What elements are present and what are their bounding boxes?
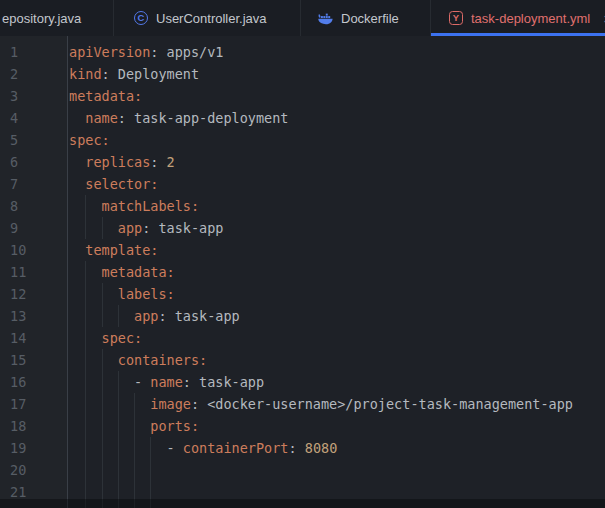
indent-guide	[102, 415, 103, 437]
indent-guide	[102, 349, 103, 371]
yaml-icon: Y	[449, 11, 463, 25]
code-line-6[interactable]: 6 replicas: 2	[0, 151, 605, 173]
code-lines: 1apiVersion: apps/v12kind: Deployment3me…	[0, 41, 605, 508]
yaml-key: containers:	[118, 352, 207, 368]
code-text: metadata:	[68, 85, 605, 107]
code-text: selector:	[68, 173, 605, 195]
indent-guide	[134, 437, 135, 459]
code-line-11[interactable]: 11 metadata:	[0, 261, 605, 283]
code-line-19[interactable]: 19 - containerPort: 8080	[0, 437, 605, 459]
yaml-value: :	[118, 110, 134, 126]
indent-guide	[118, 393, 119, 415]
code-line-14[interactable]: 14 spec:	[0, 327, 605, 349]
yaml-value: :	[288, 440, 304, 456]
line-number: 14	[0, 327, 68, 349]
java-class-icon: C	[134, 11, 148, 25]
code-line-15[interactable]: 15 containers:	[0, 349, 605, 371]
code-line-13[interactable]: 13 app: task-app	[0, 305, 605, 327]
indent-guide	[85, 459, 86, 481]
code-text: app: task-app	[68, 217, 605, 239]
tab-label: task-deployment.yml	[471, 11, 590, 26]
code-line-10[interactable]: 10 template:	[0, 239, 605, 261]
code-text: labels:	[68, 283, 605, 305]
code-text: image: <docker-username>/project-task-ma…	[68, 393, 605, 415]
indent-guide	[102, 393, 103, 415]
tab-task-deployment-yml[interactable]: Ytask-deployment.yml×	[430, 0, 605, 36]
code-text: - name: task-app	[68, 371, 605, 393]
editor-window: epository.javaCUserController.javaDocker…	[0, 0, 605, 508]
code-text: replicas: 2	[68, 151, 605, 173]
code-line-1[interactable]: 1apiVersion: apps/v1	[0, 41, 605, 63]
code-text: name: task-app-deployment	[68, 107, 605, 129]
yaml-value: :	[142, 220, 158, 236]
line-number: 4	[0, 107, 68, 129]
indent-guide	[102, 459, 103, 481]
indent-guide	[134, 393, 135, 415]
code-text: containers:	[68, 349, 605, 371]
yaml-key: metadata:	[69, 88, 142, 104]
yaml-value: task-app-deployment	[134, 110, 288, 126]
code-line-3[interactable]: 3metadata:	[0, 85, 605, 107]
yaml-key: spec:	[69, 132, 110, 148]
indent-guide	[85, 415, 86, 437]
indent-guide	[85, 349, 86, 371]
indent-guide	[118, 437, 119, 459]
code-line-17[interactable]: 17 image: <docker-username>/project-task…	[0, 393, 605, 415]
editor: 1apiVersion: apps/v12kind: Deployment3me…	[0, 36, 605, 508]
indent-guide	[85, 283, 86, 305]
yaml-key: app	[118, 220, 142, 236]
yaml-key: spec:	[102, 330, 143, 346]
yaml-value: task-app	[158, 220, 223, 236]
code-line-16[interactable]: 16 - name: task-app	[0, 371, 605, 393]
tab-repository-java[interactable]: epository.java	[0, 0, 113, 36]
code-line-4[interactable]: 4 name: task-app-deployment	[0, 107, 605, 129]
code-line-20[interactable]: 20	[0, 459, 605, 481]
indent-guide	[118, 305, 119, 327]
yaml-key: metadata:	[102, 264, 175, 280]
yaml-value: :	[191, 396, 207, 412]
indent-guide	[85, 371, 86, 393]
indent-guide	[85, 393, 86, 415]
code-text	[68, 459, 605, 481]
line-number: 12	[0, 283, 68, 305]
yaml-key: apiVersion	[69, 44, 150, 60]
yaml-value: apps/v1	[167, 44, 224, 60]
yaml-key: labels:	[118, 286, 175, 302]
yaml-value: <docker-username>/project-task-managemen…	[207, 396, 573, 412]
line-number: 3	[0, 85, 68, 107]
code-line-8[interactable]: 8 matchLabels:	[0, 195, 605, 217]
yaml-key: app	[134, 308, 158, 324]
code-line-5[interactable]: 5spec:	[0, 129, 605, 151]
tab-usercontroller-java[interactable]: CUserController.java	[113, 0, 300, 36]
yaml-key: containerPort	[183, 440, 289, 456]
yaml-value: -	[167, 440, 183, 456]
code-text: ports:	[68, 415, 605, 437]
code-line-18[interactable]: 18 ports:	[0, 415, 605, 437]
code-line-12[interactable]: 12 labels:	[0, 283, 605, 305]
line-number: 8	[0, 195, 68, 217]
indent-guide	[150, 459, 151, 481]
bottom-strip	[0, 499, 605, 508]
indent-guide	[134, 415, 135, 437]
yaml-number: 2	[167, 154, 175, 170]
tab-label: UserController.java	[156, 11, 267, 26]
code-text: spec:	[68, 327, 605, 349]
code-text: metadata:	[68, 261, 605, 283]
line-number: 9	[0, 217, 68, 239]
yaml-value: :	[102, 66, 118, 82]
indent-guide	[85, 437, 86, 459]
line-number: 1	[0, 41, 68, 63]
indent-guide	[118, 371, 119, 393]
line-number: 13	[0, 305, 68, 327]
code-line-9[interactable]: 9 app: task-app	[0, 217, 605, 239]
indent-guide	[102, 283, 103, 305]
yaml-value: Deployment	[118, 66, 199, 82]
yaml-key: kind	[69, 66, 102, 82]
code-line-2[interactable]: 2kind: Deployment	[0, 63, 605, 85]
yaml-value: task-app	[199, 374, 264, 390]
indent-guide	[118, 459, 119, 481]
tab-dockerfile[interactable]: Dockerfile	[300, 0, 430, 36]
line-number: 16	[0, 371, 68, 393]
code-line-7[interactable]: 7 selector:	[0, 173, 605, 195]
yaml-key: matchLabels:	[102, 198, 200, 214]
